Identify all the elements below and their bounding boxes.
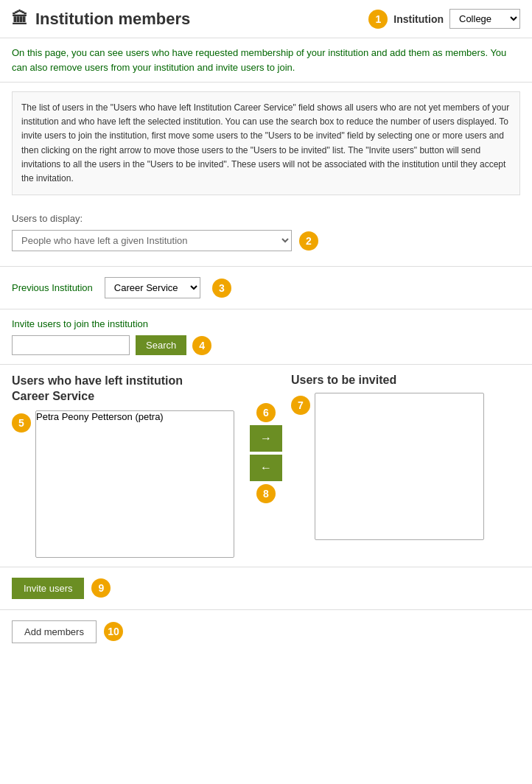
list-item[interactable]: Petra Peony Petterson (petra) xyxy=(36,411,234,423)
users-display-label: Users to display: xyxy=(12,213,83,224)
page-title-text: Institution members xyxy=(35,10,190,29)
add-members-button[interactable]: Add members xyxy=(12,620,97,643)
lists-container: Users who have left institution Career S… xyxy=(12,374,520,558)
badge-1: 1 xyxy=(368,10,388,29)
left-list-title-line2: Career Service xyxy=(12,390,94,402)
left-users-listbox[interactable]: Petra Peony Petterson (petra) xyxy=(35,410,234,558)
previous-institution-section: Previous Institution Career Service Othe… xyxy=(0,267,532,309)
badge-5: 5 xyxy=(12,413,31,433)
header-right: 1 Institution College University School xyxy=(368,9,520,29)
right-list-title-text: Users to be invited xyxy=(291,374,396,386)
badge-7: 7 xyxy=(291,396,310,415)
info-section: On this page, you can see users who have… xyxy=(0,38,532,83)
institution-label: Institution xyxy=(393,13,444,25)
invite-button-row: Invite users 9 xyxy=(0,567,532,610)
badge-9: 9 xyxy=(91,578,111,598)
search-input[interactable] xyxy=(12,335,130,355)
previous-institution-select[interactable]: Career Service Other Institution xyxy=(105,277,200,298)
move-left-button[interactable]: ← xyxy=(250,455,282,481)
description-box: The list of users in the "Users who have… xyxy=(12,91,520,195)
right-users-listbox[interactable] xyxy=(315,393,484,540)
page-header: 🏛 Institution members 1 Institution Coll… xyxy=(0,0,532,38)
invite-users-section: Invite users to join the institution Sea… xyxy=(0,309,532,365)
badge-6: 6 xyxy=(256,403,276,422)
left-list-title: Users who have left institution Career S… xyxy=(12,374,241,405)
badge-4: 4 xyxy=(192,336,211,355)
description-text: The list of users in the "Users who have… xyxy=(21,102,509,183)
add-members-row: Add members 10 xyxy=(0,610,532,654)
lists-area: Users who have left institution Career S… xyxy=(0,365,532,567)
users-display-section: Users to display: People who have left a… xyxy=(0,204,532,267)
badge-10: 10 xyxy=(104,622,123,641)
info-text: On this page, you can see users who have… xyxy=(12,47,506,73)
institution-select[interactable]: College University School xyxy=(449,9,520,29)
badge-8: 8 xyxy=(256,484,276,503)
left-list-section: Users who have left institution Career S… xyxy=(12,374,241,558)
search-button[interactable]: Search xyxy=(136,335,186,355)
institution-icon: 🏛 xyxy=(12,10,28,29)
page-title: 🏛 Institution members xyxy=(12,10,190,29)
search-row: Search 4 xyxy=(12,335,520,355)
right-list-section: Users to be invited 7 xyxy=(291,374,520,540)
right-list-title: Users to be invited xyxy=(291,374,520,387)
previous-institution-label: Previous Institution xyxy=(12,282,93,293)
invite-users-button[interactable]: Invite users xyxy=(12,578,84,599)
users-display-select[interactable]: People who have left a given Institution… xyxy=(12,230,292,251)
move-right-button[interactable]: → xyxy=(250,425,282,452)
users-display-row: Users to display: xyxy=(12,213,520,224)
badge-3: 3 xyxy=(212,279,231,298)
left-list-title-line1: Users who have left institution xyxy=(12,374,183,387)
users-display-select-row: People who have left a given Institution… xyxy=(12,230,520,251)
invite-title: Invite users to join the institution xyxy=(12,318,520,329)
arrow-buttons-area: 6 → ← 8 xyxy=(241,403,291,503)
badge-2: 2 xyxy=(299,231,318,251)
